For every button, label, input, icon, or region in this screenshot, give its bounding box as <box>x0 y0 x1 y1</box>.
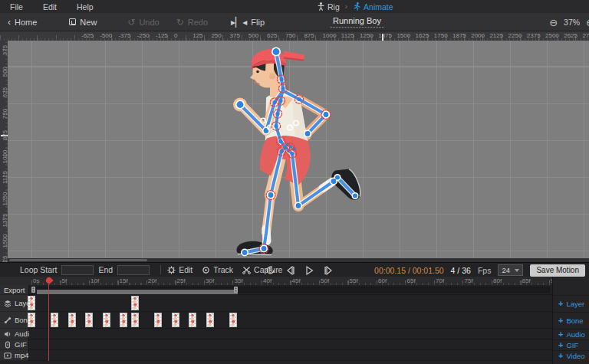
keyframe-figure <box>120 313 127 326</box>
layer-track-row[interactable] <box>29 295 552 312</box>
tab-animate[interactable]: Animate <box>353 2 393 11</box>
redo-button[interactable]: ↻ Redo <box>176 18 208 27</box>
edit-button[interactable]: Edit <box>167 265 192 274</box>
flip-icon: ▸▏◂ <box>231 18 247 27</box>
running-boy-character[interactable] <box>8 41 589 262</box>
stage-canvas[interactable] <box>8 41 589 262</box>
project-title[interactable]: Running Boy <box>330 16 384 28</box>
menu-edit[interactable]: Edit <box>33 2 67 11</box>
track-label-column: Export Layer Bone <box>0 285 29 364</box>
gif-track-row[interactable] <box>29 339 552 350</box>
timeline-footer <box>0 361 552 364</box>
track-label-audio[interactable]: Audio <box>0 329 28 339</box>
keyframe-figure <box>173 313 179 326</box>
add-button-label: Audio <box>566 330 584 339</box>
h-ruler-label: 1000 <box>323 32 337 39</box>
keyframe-thumbnail[interactable] <box>28 313 35 327</box>
next-frame-icon[interactable] <box>324 266 334 275</box>
add-bone-button[interactable]: +Bone <box>558 316 584 325</box>
transport-controls <box>265 263 334 277</box>
loop-start-input[interactable] <box>61 265 94 275</box>
keyframe-thumbnail[interactable] <box>120 313 127 327</box>
audio-track-row[interactable] <box>29 329 552 339</box>
keyframe-thumbnail[interactable] <box>131 296 139 310</box>
new-file-icon <box>69 18 76 25</box>
character-artwork[interactable] <box>233 49 360 255</box>
tab-rig[interactable]: Rig <box>318 2 340 11</box>
timeline-ruler[interactable]: 0s5f10f15f20f25f30f35f40f45f50f55f60f65f… <box>0 277 552 285</box>
keyframe-thumbnail[interactable] <box>154 313 162 327</box>
v-ruler-label: 875 <box>2 126 8 144</box>
bone-track-row[interactable] <box>29 312 552 329</box>
zoom-in-icon[interactable]: ⊕ <box>586 17 589 28</box>
track-label-export[interactable]: Export <box>0 285 28 295</box>
flip-label: Flip <box>251 18 265 27</box>
mp4-label: mp4 <box>15 351 28 359</box>
v-ruler-label: 1000 <box>2 147 8 166</box>
h-ruler-label: 2375 <box>527 32 541 39</box>
frame-ruler-label: 55f <box>350 277 358 284</box>
keyframe-thumbnail[interactable] <box>68 313 76 327</box>
add-audio-button[interactable]: +Audio <box>558 330 585 339</box>
keyframe-thumbnail[interactable] <box>103 313 110 327</box>
mp4-track-row[interactable] <box>29 350 552 361</box>
keyframe-thumbnail[interactable] <box>131 313 139 327</box>
play-icon[interactable] <box>305 266 314 275</box>
fps-value: 24 <box>502 266 510 274</box>
menu-file[interactable]: File <box>0 2 33 11</box>
h-ruler-label: 625 <box>267 32 277 39</box>
loop-playback-icon[interactable] <box>265 265 275 275</box>
track-label-layer[interactable]: Layer <box>0 295 28 312</box>
keyframe-thumbnail[interactable] <box>51 313 58 327</box>
h-ruler-label: -375 <box>118 32 130 39</box>
keyframe-thumbnail[interactable] <box>85 313 93 327</box>
keyframe-figure <box>86 313 92 326</box>
fps-select[interactable]: 24 <box>498 264 523 276</box>
keyframe-figure <box>207 313 213 326</box>
h-ruler-label: 2125 <box>489 32 503 39</box>
tab-animate-label: Animate <box>364 2 393 11</box>
track-label: Track <box>213 265 233 274</box>
plus-icon: + <box>558 316 563 325</box>
frame-ruler-label: 15f <box>120 277 128 284</box>
frame-ruler-label: 75f <box>465 277 473 284</box>
h-ruler-label: 2500 <box>545 32 559 39</box>
export-range-handle-left[interactable] <box>31 287 35 293</box>
home-button[interactable]: ‹ Home <box>8 18 37 27</box>
add-video-button[interactable]: +Video <box>558 351 585 360</box>
frame-ruler-label: 45f <box>292 277 301 284</box>
menu-help[interactable]: Help <box>67 2 104 11</box>
h-ruler-label: 750 <box>285 32 295 39</box>
add-layer-button[interactable]: +Layer <box>558 299 584 308</box>
export-track-row[interactable] <box>29 285 552 295</box>
v-ruler-label: 375 <box>2 41 8 60</box>
loop-end-input[interactable] <box>117 265 150 275</box>
keyframe-thumbnail[interactable] <box>229 313 237 327</box>
previous-frame-icon[interactable] <box>285 266 295 275</box>
frame-ruler-label: 80f <box>493 277 502 284</box>
redo-label: Redo <box>188 18 208 27</box>
track-label-bone[interactable]: Bone <box>0 312 28 329</box>
scrollbar-thumb[interactable] <box>9 259 147 261</box>
keyframe-thumbnail[interactable] <box>206 313 214 327</box>
track-button[interactable]: Track <box>202 265 233 274</box>
export-range-handle-right[interactable] <box>234 287 238 293</box>
export-range-track[interactable] <box>31 287 550 293</box>
frame-ruler-label: 60f <box>378 277 387 284</box>
playhead-line[interactable] <box>48 284 50 361</box>
new-button[interactable]: New <box>69 18 97 27</box>
track-label-mp4[interactable]: mp4 <box>0 350 28 361</box>
keyframe-thumbnail[interactable] <box>172 313 179 327</box>
track-label-gif[interactable]: GIF <box>0 339 28 350</box>
flip-button[interactable]: ▸▏◂ Flip <box>231 18 265 27</box>
frame-ruler-label: 0s <box>33 277 39 284</box>
undo-icon: ↺ <box>127 18 135 27</box>
zoom-out-icon[interactable]: ⊖ <box>549 17 558 28</box>
h-ruler-label: 1625 <box>416 32 429 39</box>
keyframe-thumbnail[interactable] <box>189 313 196 327</box>
export-range-fill[interactable] <box>37 290 238 294</box>
add-gif-button[interactable]: +GIF <box>558 340 578 349</box>
keyframe-thumbnail[interactable] <box>28 296 35 310</box>
save-motion-button[interactable]: Save Motion <box>530 264 585 277</box>
undo-button[interactable]: ↺ Undo <box>127 18 159 27</box>
